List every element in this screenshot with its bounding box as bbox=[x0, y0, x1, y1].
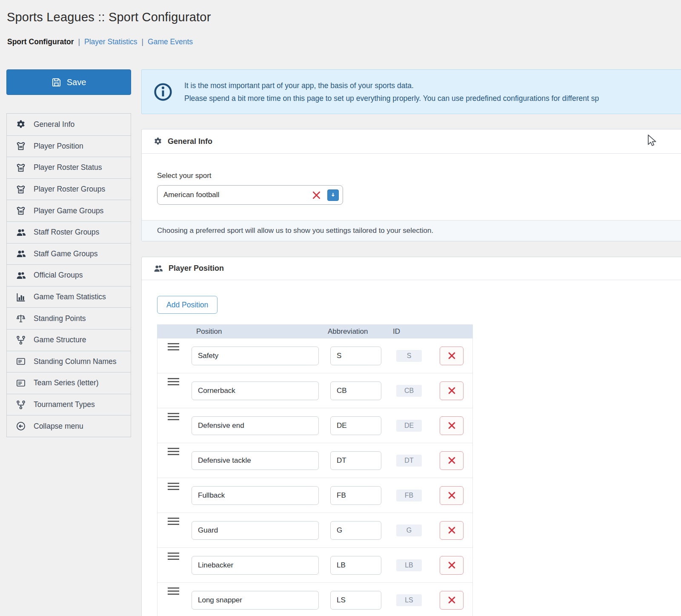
position-input[interactable] bbox=[192, 416, 319, 435]
delete-row-button[interactable] bbox=[440, 521, 464, 540]
bar-chart-icon bbox=[16, 292, 26, 302]
sidebar: Save General Info Player Position Player… bbox=[6, 69, 131, 437]
sidebar-item-standing-points[interactable]: Standing Points bbox=[7, 307, 131, 329]
id-badge: CB bbox=[396, 385, 422, 397]
position-table-header: Position Abbreviation ID bbox=[157, 324, 473, 338]
id-badge: G bbox=[396, 524, 422, 536]
sidebar-item-general-info[interactable]: General Info bbox=[7, 114, 131, 135]
position-input[interactable] bbox=[192, 451, 319, 470]
sidebar-item-team-series-letter[interactable]: Team Series (letter) bbox=[7, 372, 131, 394]
sidebar-item-player-game-groups[interactable]: Player Game Groups bbox=[7, 200, 131, 221]
save-icon bbox=[52, 77, 61, 87]
sport-select-value: American football bbox=[163, 191, 312, 199]
player-position-body: Add Position Position Abbreviation ID S bbox=[142, 280, 681, 616]
general-info-title: General Info bbox=[168, 137, 212, 146]
nav-sport-configurator[interactable]: Sport Configurator bbox=[7, 37, 74, 46]
sitemap-icon bbox=[16, 335, 26, 345]
sidebar-item-player-position[interactable]: Player Position bbox=[7, 135, 131, 157]
info-alert: It is the most important part of your ap… bbox=[141, 69, 681, 114]
abbreviation-input[interactable] bbox=[330, 451, 381, 470]
drag-handle-icon[interactable] bbox=[168, 517, 179, 525]
drag-handle-icon[interactable] bbox=[168, 482, 179, 490]
sidebar-item-collapse-menu[interactable]: Collapse menu bbox=[7, 415, 131, 437]
abbreviation-input[interactable] bbox=[330, 416, 381, 435]
position-input[interactable] bbox=[192, 591, 319, 610]
abbreviation-input[interactable] bbox=[330, 347, 381, 365]
sidebar-item-game-structure[interactable]: Game Structure bbox=[7, 329, 131, 351]
position-table: Position Abbreviation ID S bbox=[157, 324, 473, 616]
sidebar-item-staff-roster-groups[interactable]: Staff Roster Groups bbox=[7, 221, 131, 243]
drag-handle-icon[interactable] bbox=[168, 587, 179, 595]
delete-row-button[interactable] bbox=[440, 416, 464, 435]
position-input[interactable] bbox=[192, 556, 319, 575]
delete-row-button[interactable] bbox=[440, 591, 464, 610]
nav-separator: | bbox=[142, 37, 144, 46]
abbreviation-input[interactable] bbox=[330, 591, 381, 610]
clear-selection-icon[interactable] bbox=[312, 190, 321, 200]
drag-handle-icon[interactable] bbox=[168, 447, 179, 456]
sidebar-item-staff-game-groups[interactable]: Staff Game Groups bbox=[7, 243, 131, 265]
id-badge: LB bbox=[396, 559, 422, 571]
collapse-icon bbox=[16, 421, 26, 431]
users-icon bbox=[16, 270, 26, 281]
sidebar-item-tournament-types[interactable]: Tournament Types bbox=[7, 394, 131, 415]
delete-row-button[interactable] bbox=[440, 347, 464, 365]
player-position-title: Player Position bbox=[169, 264, 224, 273]
select-sport-label: Select your sport bbox=[157, 172, 681, 180]
nav-separator: | bbox=[78, 37, 80, 46]
position-row-fullback: FB bbox=[157, 478, 472, 513]
id-badge: DE bbox=[396, 420, 422, 432]
sitemap-icon bbox=[16, 400, 26, 410]
position-row-guard: G bbox=[157, 513, 472, 548]
position-input[interactable] bbox=[192, 347, 319, 365]
id-badge: S bbox=[396, 350, 422, 362]
dropdown-arrow-button[interactable] bbox=[327, 189, 339, 201]
general-info-panel: General Info Select your sport American … bbox=[141, 129, 681, 241]
abbreviation-input[interactable] bbox=[330, 556, 381, 575]
users-icon bbox=[16, 249, 26, 259]
add-position-button[interactable]: Add Position bbox=[157, 296, 217, 314]
delete-row-button[interactable] bbox=[440, 381, 464, 400]
nav-player-statistics[interactable]: Player Statistics bbox=[84, 37, 137, 46]
drag-handle-icon[interactable] bbox=[168, 413, 179, 421]
card-list-icon bbox=[16, 356, 26, 367]
drag-handle-icon[interactable] bbox=[168, 378, 179, 386]
gear-icon bbox=[154, 137, 162, 146]
drag-handle-icon[interactable] bbox=[168, 552, 179, 560]
nav-game-events[interactable]: Game Events bbox=[148, 37, 193, 46]
abbreviation-input[interactable] bbox=[330, 381, 381, 400]
column-header-position: Position bbox=[189, 327, 321, 336]
sidebar-item-standing-column-names[interactable]: Standing Column Names bbox=[7, 351, 131, 372]
jersey-icon bbox=[16, 141, 26, 151]
drag-handle-icon[interactable] bbox=[168, 343, 179, 351]
sidebar-item-player-roster-status[interactable]: Player Roster Status bbox=[7, 157, 131, 178]
id-badge: DT bbox=[396, 455, 422, 467]
position-input[interactable] bbox=[192, 521, 319, 540]
sidebar-item-official-groups[interactable]: Official Groups bbox=[7, 264, 131, 286]
users-icon bbox=[154, 264, 163, 273]
position-input[interactable] bbox=[192, 381, 319, 400]
delete-row-button[interactable] bbox=[440, 451, 464, 470]
delete-row-button[interactable] bbox=[440, 486, 464, 505]
position-row-defensive-tackle: DT bbox=[157, 443, 472, 478]
position-input[interactable] bbox=[192, 486, 319, 505]
abbreviation-input[interactable] bbox=[330, 486, 381, 505]
position-row-long-snapper: LS bbox=[157, 583, 472, 616]
position-row-linebacker: LB bbox=[157, 548, 472, 583]
sidebar-item-player-roster-groups[interactable]: Player Roster Groups bbox=[7, 178, 131, 200]
abbreviation-input[interactable] bbox=[330, 521, 381, 540]
id-badge: LS bbox=[396, 594, 422, 606]
save-button[interactable]: Save bbox=[6, 69, 131, 95]
position-row-safety: S bbox=[157, 338, 472, 373]
jersey-icon bbox=[16, 206, 26, 216]
general-info-footer-note: Choosing a preferred sport will allow us… bbox=[142, 220, 681, 241]
player-position-header: Player Position bbox=[142, 257, 681, 280]
page-title: Sports Leagues :: Sport Configurator bbox=[7, 10, 211, 24]
sidebar-item-game-team-statistics[interactable]: Game Team Statistics bbox=[7, 286, 131, 308]
sport-select[interactable]: American football bbox=[157, 185, 343, 205]
alert-line-1: It is the most important part of your ap… bbox=[184, 79, 599, 92]
breadcrumb: Sport Configurator | Player Statistics |… bbox=[7, 37, 193, 46]
delete-row-button[interactable] bbox=[440, 556, 464, 575]
jersey-icon bbox=[16, 184, 26, 195]
player-position-panel: Player Position Add Position Position Ab… bbox=[141, 257, 681, 616]
